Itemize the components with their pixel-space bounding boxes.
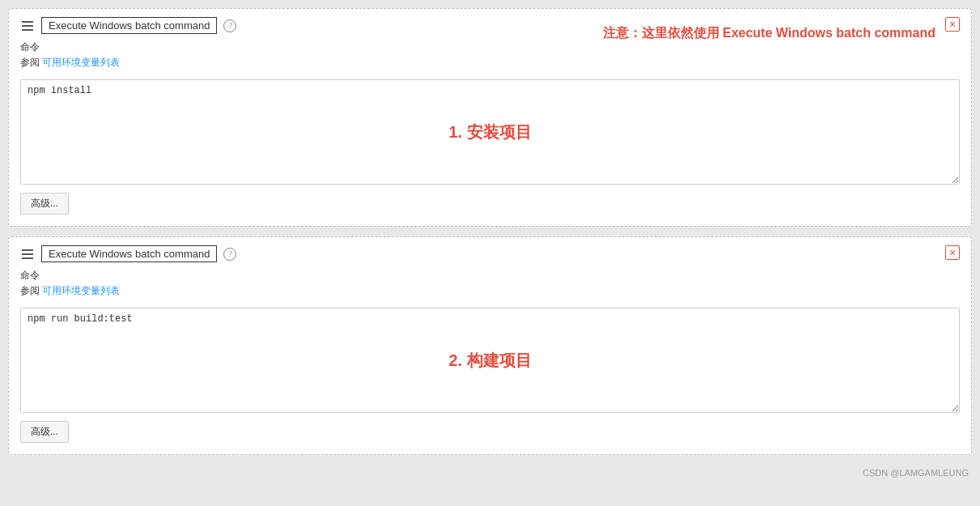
env-ref-1: 参阅 可用环境变量列表	[20, 56, 960, 74]
textarea-wrapper-1: 1. 安装项目	[20, 79, 960, 185]
field-label-1: 命令	[20, 40, 960, 54]
drag-handle-icon-2[interactable]	[20, 248, 35, 261]
page-wrapper: Execute Windows batch command ? 注意：这里依然使…	[8, 8, 972, 478]
advanced-button-2[interactable]: 高级...	[20, 421, 69, 443]
card-2-header: Execute Windows batch command ? ×	[20, 245, 960, 262]
card-1-header: Execute Windows batch command ? 注意：这里依然使…	[20, 17, 960, 34]
env-ref-2: 参阅 可用环境变量列表	[20, 284, 960, 303]
card-1: Execute Windows batch command ? 注意：这里依然使…	[8, 8, 972, 227]
card-2-title: Execute Windows batch command	[41, 245, 217, 262]
drag-handle-icon[interactable]	[20, 19, 35, 32]
watermark: CSDN @LAMGAMLEUNG	[8, 468, 972, 478]
close-button-2[interactable]: ×	[945, 245, 960, 260]
help-icon-1[interactable]: ?	[223, 19, 236, 32]
card-2: Execute Windows batch command ? × 命令 参阅 …	[8, 236, 972, 455]
env-ref-prefix-1: 参阅	[20, 57, 42, 68]
command-input-1[interactable]	[20, 79, 960, 185]
annotation-top-right: 注意：这里依然使用 Execute Windows batch command	[603, 25, 935, 42]
advanced-button-1[interactable]: 高级...	[20, 193, 69, 215]
command-input-2[interactable]	[20, 308, 960, 413]
env-ref-link-2[interactable]: 可用环境变量列表	[42, 284, 120, 298]
close-button-1[interactable]: ×	[945, 17, 960, 32]
env-ref-prefix-2: 参阅	[20, 285, 42, 296]
card-1-title: Execute Windows batch command	[41, 17, 217, 34]
env-ref-link-1[interactable]: 可用环境变量列表	[42, 56, 120, 70]
help-icon-2[interactable]: ?	[223, 248, 236, 261]
textarea-wrapper-2: 2. 构建项目	[20, 308, 960, 413]
field-label-2: 命令	[20, 269, 960, 283]
